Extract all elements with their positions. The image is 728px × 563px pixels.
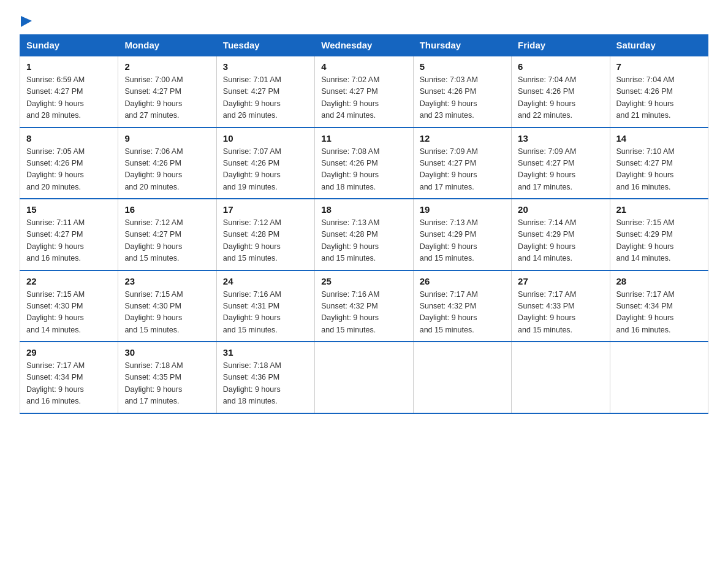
- calendar-cell: 30 Sunrise: 7:18 AMSunset: 4:35 PMDaylig…: [118, 342, 216, 413]
- day-number: 8: [26, 133, 112, 144]
- day-info: Sunrise: 7:18 AMSunset: 4:35 PMDaylight:…: [124, 361, 183, 405]
- column-header-tuesday: Tuesday: [216, 35, 314, 56]
- calendar-cell: 13 Sunrise: 7:09 AMSunset: 4:27 PMDaylig…: [512, 128, 610, 199]
- day-number: 25: [321, 276, 406, 286]
- calendar-cell: 18 Sunrise: 7:13 AMSunset: 4:28 PMDaylig…: [315, 199, 413, 270]
- day-info: Sunrise: 7:17 AMSunset: 4:32 PMDaylight:…: [420, 290, 478, 334]
- day-number: 22: [26, 276, 112, 286]
- day-info: Sunrise: 7:16 AMSunset: 4:32 PMDaylight:…: [321, 290, 379, 334]
- day-info: Sunrise: 7:17 AMSunset: 4:34 PMDaylight:…: [616, 290, 675, 334]
- day-number: 27: [518, 276, 603, 286]
- calendar-cell: 17 Sunrise: 7:12 AMSunset: 4:28 PMDaylig…: [216, 199, 314, 270]
- day-info: Sunrise: 7:05 AMSunset: 4:26 PMDaylight:…: [26, 147, 85, 191]
- day-number: 9: [124, 133, 210, 144]
- column-header-wednesday: Wednesday: [315, 35, 413, 56]
- day-info: Sunrise: 7:17 AMSunset: 4:34 PMDaylight:…: [26, 361, 85, 405]
- day-number: 28: [616, 276, 702, 286]
- day-info: Sunrise: 7:14 AMSunset: 4:29 PMDaylight:…: [518, 218, 576, 262]
- calendar-cell: 24 Sunrise: 7:16 AMSunset: 4:31 PMDaylig…: [216, 270, 314, 342]
- day-info: Sunrise: 7:13 AMSunset: 4:29 PMDaylight:…: [420, 218, 478, 262]
- calendar-cell: 23 Sunrise: 7:15 AMSunset: 4:30 PMDaylig…: [118, 270, 216, 342]
- day-info: Sunrise: 7:07 AMSunset: 4:26 PMDaylight:…: [223, 147, 281, 191]
- day-info: Sunrise: 7:17 AMSunset: 4:33 PMDaylight:…: [518, 290, 576, 334]
- day-number: 7: [616, 61, 702, 72]
- day-info: Sunrise: 7:12 AMSunset: 4:27 PMDaylight:…: [124, 218, 183, 262]
- day-info: Sunrise: 7:18 AMSunset: 4:36 PMDaylight:…: [223, 361, 281, 405]
- day-number: 17: [223, 204, 308, 215]
- day-info: Sunrise: 7:15 AMSunset: 4:29 PMDaylight:…: [616, 218, 675, 262]
- day-info: Sunrise: 7:11 AMSunset: 4:27 PMDaylight:…: [26, 218, 85, 262]
- column-header-saturday: Saturday: [610, 35, 708, 56]
- calendar-cell: 31 Sunrise: 7:18 AMSunset: 4:36 PMDaylig…: [216, 342, 314, 413]
- day-number: 24: [223, 276, 308, 286]
- day-number: 30: [124, 347, 210, 358]
- day-number: 13: [518, 133, 603, 144]
- calendar-cell: [512, 342, 610, 413]
- day-info: Sunrise: 7:10 AMSunset: 4:27 PMDaylight:…: [616, 147, 675, 191]
- calendar-cell: 15 Sunrise: 7:11 AMSunset: 4:27 PMDaylig…: [20, 199, 118, 270]
- calendar-cell: [315, 342, 413, 413]
- calendar-cell: 16 Sunrise: 7:12 AMSunset: 4:27 PMDaylig…: [118, 199, 216, 270]
- column-header-thursday: Thursday: [413, 35, 511, 56]
- day-info: Sunrise: 7:04 AMSunset: 4:26 PMDaylight:…: [518, 75, 576, 120]
- logo: [20, 15, 32, 27]
- calendar-header-row: SundayMondayTuesdayWednesdayThursdayFrid…: [20, 35, 708, 56]
- day-info: Sunrise: 6:59 AMSunset: 4:27 PMDaylight:…: [26, 75, 85, 120]
- day-info: Sunrise: 7:12 AMSunset: 4:28 PMDaylight:…: [223, 218, 281, 262]
- calendar-cell: 8 Sunrise: 7:05 AMSunset: 4:26 PMDayligh…: [20, 128, 118, 199]
- calendar-cell: 11 Sunrise: 7:08 AMSunset: 4:26 PMDaylig…: [315, 128, 413, 199]
- day-number: 31: [223, 347, 308, 358]
- calendar-cell: 9 Sunrise: 7:06 AMSunset: 4:26 PMDayligh…: [118, 128, 216, 199]
- calendar-week-row: 8 Sunrise: 7:05 AMSunset: 4:26 PMDayligh…: [20, 128, 708, 199]
- calendar-cell: 4 Sunrise: 7:02 AMSunset: 4:27 PMDayligh…: [315, 56, 413, 128]
- day-number: 2: [124, 61, 210, 72]
- calendar-cell: 7 Sunrise: 7:04 AMSunset: 4:26 PMDayligh…: [610, 56, 708, 128]
- calendar-cell: 10 Sunrise: 7:07 AMSunset: 4:26 PMDaylig…: [216, 128, 314, 199]
- calendar-week-row: 1 Sunrise: 6:59 AMSunset: 4:27 PMDayligh…: [20, 56, 708, 128]
- day-info: Sunrise: 7:03 AMSunset: 4:26 PMDaylight:…: [420, 75, 478, 120]
- calendar-cell: 20 Sunrise: 7:14 AMSunset: 4:29 PMDaylig…: [512, 199, 610, 270]
- calendar-cell: 3 Sunrise: 7:01 AMSunset: 4:27 PMDayligh…: [216, 56, 314, 128]
- calendar-cell: 21 Sunrise: 7:15 AMSunset: 4:29 PMDaylig…: [610, 199, 708, 270]
- day-info: Sunrise: 7:13 AMSunset: 4:28 PMDaylight:…: [321, 218, 379, 262]
- day-info: Sunrise: 7:15 AMSunset: 4:30 PMDaylight:…: [124, 290, 183, 334]
- calendar-table: SundayMondayTuesdayWednesdayThursdayFrid…: [20, 34, 708, 414]
- calendar-cell: 19 Sunrise: 7:13 AMSunset: 4:29 PMDaylig…: [413, 199, 511, 270]
- column-header-sunday: Sunday: [20, 35, 118, 56]
- day-number: 16: [124, 204, 210, 215]
- day-info: Sunrise: 7:06 AMSunset: 4:26 PMDaylight:…: [124, 147, 183, 191]
- calendar-cell: 29 Sunrise: 7:17 AMSunset: 4:34 PMDaylig…: [20, 342, 118, 413]
- calendar-cell: 5 Sunrise: 7:03 AMSunset: 4:26 PMDayligh…: [413, 56, 511, 128]
- day-number: 10: [223, 133, 308, 144]
- calendar-cell: 6 Sunrise: 7:04 AMSunset: 4:26 PMDayligh…: [512, 56, 610, 128]
- calendar-week-row: 15 Sunrise: 7:11 AMSunset: 4:27 PMDaylig…: [20, 199, 708, 270]
- calendar-cell: [610, 342, 708, 413]
- day-number: 1: [26, 61, 112, 72]
- day-number: 12: [420, 133, 505, 144]
- day-info: Sunrise: 7:02 AMSunset: 4:27 PMDaylight:…: [321, 75, 379, 120]
- logo-triangle-icon: [21, 16, 32, 27]
- page-header: [20, 15, 708, 27]
- day-number: 6: [518, 61, 603, 72]
- calendar-cell: 2 Sunrise: 7:00 AMSunset: 4:27 PMDayligh…: [118, 56, 216, 128]
- day-info: Sunrise: 7:09 AMSunset: 4:27 PMDaylight:…: [518, 147, 576, 191]
- day-number: 3: [223, 61, 308, 72]
- day-info: Sunrise: 7:04 AMSunset: 4:26 PMDaylight:…: [616, 75, 675, 120]
- calendar-week-row: 22 Sunrise: 7:15 AMSunset: 4:30 PMDaylig…: [20, 270, 708, 342]
- day-number: 21: [616, 204, 702, 215]
- calendar-cell: 22 Sunrise: 7:15 AMSunset: 4:30 PMDaylig…: [20, 270, 118, 342]
- day-info: Sunrise: 7:01 AMSunset: 4:27 PMDaylight:…: [223, 75, 281, 120]
- day-info: Sunrise: 7:08 AMSunset: 4:26 PMDaylight:…: [321, 147, 379, 191]
- calendar-cell: 26 Sunrise: 7:17 AMSunset: 4:32 PMDaylig…: [413, 270, 511, 342]
- day-number: 19: [420, 204, 505, 215]
- calendar-cell: 25 Sunrise: 7:16 AMSunset: 4:32 PMDaylig…: [315, 270, 413, 342]
- day-number: 4: [321, 61, 406, 72]
- day-number: 14: [616, 133, 702, 144]
- day-info: Sunrise: 7:15 AMSunset: 4:30 PMDaylight:…: [26, 290, 85, 334]
- calendar-cell: 27 Sunrise: 7:17 AMSunset: 4:33 PMDaylig…: [512, 270, 610, 342]
- day-number: 5: [420, 61, 505, 72]
- calendar-cell: 14 Sunrise: 7:10 AMSunset: 4:27 PMDaylig…: [610, 128, 708, 199]
- day-info: Sunrise: 7:09 AMSunset: 4:27 PMDaylight:…: [420, 147, 478, 191]
- calendar-cell: 12 Sunrise: 7:09 AMSunset: 4:27 PMDaylig…: [413, 128, 511, 199]
- calendar-cell: 28 Sunrise: 7:17 AMSunset: 4:34 PMDaylig…: [610, 270, 708, 342]
